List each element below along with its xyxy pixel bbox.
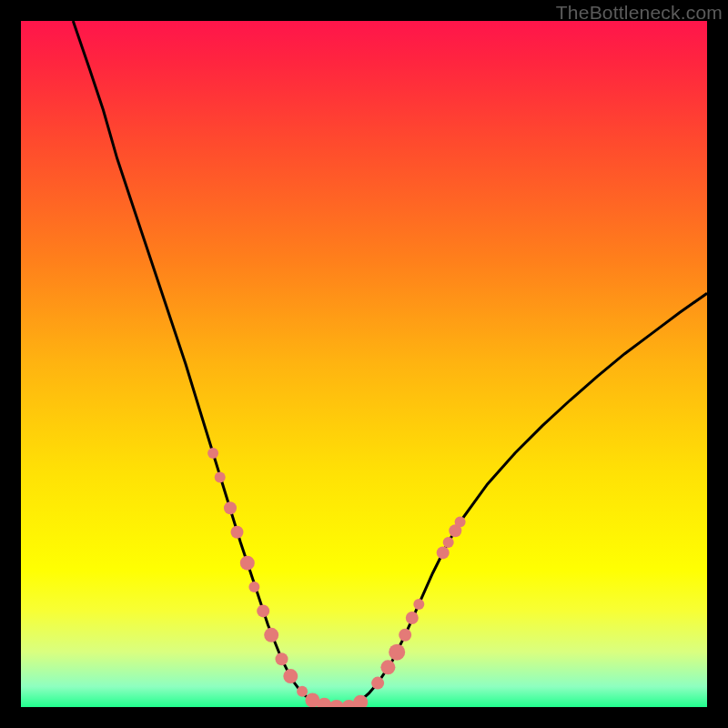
curve-marker	[406, 612, 419, 624]
curve-markers	[207, 448, 466, 707]
curve-marker	[443, 537, 454, 548]
curve-marker	[297, 686, 308, 697]
curve-marker	[257, 604, 269, 617]
curve-marker	[329, 700, 344, 707]
curve-marker	[371, 677, 384, 690]
curve-marker	[224, 501, 237, 514]
curve-marker	[231, 526, 244, 539]
curve-marker	[240, 556, 255, 571]
chart-frame: TheBottleneck.com	[0, 0, 728, 728]
curve-marker	[380, 660, 395, 674]
curve-marker	[399, 629, 411, 642]
curve-path	[73, 21, 707, 707]
curve-marker	[413, 599, 424, 610]
curve-marker	[248, 581, 259, 592]
curve-marker	[276, 652, 288, 665]
bottleneck-curve	[21, 21, 707, 707]
curve-marker	[437, 546, 450, 559]
plot-area	[21, 21, 707, 707]
curve-marker	[207, 448, 218, 459]
curve-marker	[215, 471, 226, 482]
curve-marker	[455, 516, 466, 527]
curve-marker	[283, 669, 298, 683]
curve-marker	[264, 628, 278, 642]
curve-marker	[389, 644, 405, 661]
